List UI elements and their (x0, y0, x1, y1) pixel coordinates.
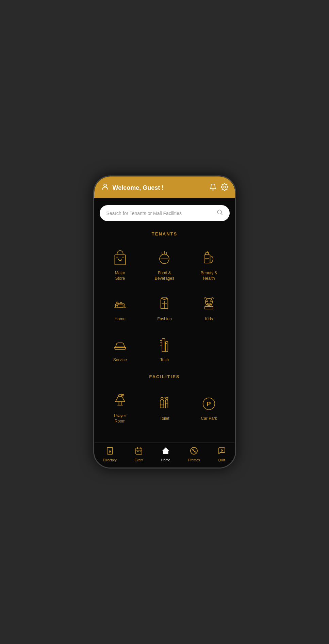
phone-inner: Welcome, Guest ! (94, 177, 235, 467)
nav-home[interactable]: Home (159, 445, 173, 463)
quiz-nav-icon (218, 447, 226, 457)
phone-frame: Welcome, Guest ! (93, 175, 236, 469)
prayer-room-label: PrayerRoom (114, 413, 126, 424)
header-action-icons (209, 183, 228, 193)
tenant-service[interactable]: Service (100, 330, 141, 368)
tenant-major-store[interactable]: MajorStore (100, 243, 141, 286)
svg-rect-14 (115, 348, 125, 349)
service-label: Service (113, 357, 127, 363)
promos-nav-label: Promos (188, 458, 200, 462)
home-nav-icon (162, 447, 170, 457)
svg-point-34 (222, 452, 222, 452)
header-left: Welcome, Guest ! (101, 183, 164, 193)
nav-promos[interactable]: Promos (185, 445, 202, 463)
food-beverages-label: Food &Beverages (155, 271, 174, 281)
promos-nav-icon (190, 447, 198, 457)
settings-icon[interactable] (221, 183, 228, 193)
search-icon (217, 209, 223, 217)
svg-rect-6 (204, 255, 210, 263)
directory-nav-icon (106, 447, 114, 457)
svg-rect-4 (115, 255, 125, 265)
toilet-icon (155, 395, 173, 413)
facilities-label: FACILITIES (100, 374, 230, 379)
svg-rect-15 (162, 339, 165, 352)
tenant-fashion[interactable]: Fashion (144, 289, 185, 327)
fashion-label: Fashion (157, 317, 172, 322)
svg-line-3 (221, 213, 222, 214)
tenant-home[interactable]: Home (100, 289, 141, 327)
nav-quiz[interactable]: Quiz (215, 445, 229, 463)
facility-prayer-room[interactable]: PrayerRoom (100, 386, 141, 429)
facilities-section: FACILITIES (100, 374, 230, 429)
svg-point-12 (207, 301, 208, 302)
svg-point-18 (161, 397, 163, 400)
svg-point-33 (195, 451, 195, 452)
facilities-grid: PrayerRoom (100, 386, 230, 429)
svg-text:P: P (207, 400, 211, 408)
kids-label: Kids (205, 317, 213, 322)
home-decor-label: Home (115, 317, 126, 322)
welcome-text: Welcome, Guest ! (113, 184, 164, 191)
service-icon (111, 336, 129, 354)
tenant-food-beverages[interactable]: Food &Beverages (144, 243, 185, 286)
beauty-health-icon (200, 249, 218, 267)
svg-point-32 (193, 449, 193, 450)
beauty-health-label: Beauty &Health (201, 271, 217, 281)
tenants-label: TENANTS (100, 231, 230, 236)
main-content: Search for Tenants or Mall Facilities TE… (94, 198, 235, 442)
quiz-nav-label: Quiz (218, 458, 226, 462)
search-bar[interactable]: Search for Tenants or Mall Facilities (100, 205, 230, 221)
home-nav-label: Home (161, 458, 170, 462)
bottom-navigation: Directory Event (94, 442, 235, 467)
kids-icon (200, 295, 218, 313)
directory-nav-label: Directory (103, 458, 117, 462)
fashion-icon (155, 295, 173, 313)
car-park-icon: P (200, 395, 218, 413)
prayer-room-icon (111, 392, 129, 410)
major-store-label: MajorStore (115, 271, 125, 281)
nav-directory[interactable]: Directory (100, 445, 119, 463)
notification-icon[interactable] (209, 183, 217, 193)
facility-toilet[interactable]: Toilet (144, 386, 185, 429)
tenants-grid: MajorStore Food &Beverages (100, 243, 230, 367)
food-beverages-icon (155, 249, 173, 267)
svg-point-19 (166, 397, 168, 400)
tenant-tech[interactable]: Tech (144, 330, 185, 368)
app-header: Welcome, Guest ! (94, 177, 235, 198)
car-park-label: Car Park (201, 416, 217, 421)
major-store-icon (111, 249, 129, 267)
tech-label: Tech (160, 357, 169, 363)
facility-car-park[interactable]: P Car Park (188, 386, 230, 429)
event-nav-label: Event (134, 458, 143, 462)
home-icon (111, 295, 129, 313)
svg-point-1 (224, 186, 226, 188)
nav-event[interactable]: Event (132, 445, 146, 463)
event-nav-icon (135, 447, 143, 457)
tech-icon (155, 336, 173, 354)
svg-point-13 (210, 301, 211, 302)
search-placeholder: Search for Tenants or Mall Facilities (106, 211, 182, 216)
svg-point-0 (104, 184, 106, 187)
toilet-label: Toilet (160, 416, 169, 421)
tenant-beauty-health[interactable]: Beauty &Health (188, 243, 230, 286)
tenant-kids[interactable]: Kids (188, 289, 230, 327)
user-icon (101, 183, 109, 193)
tenants-section: TENANTS MajorStore (100, 231, 230, 367)
